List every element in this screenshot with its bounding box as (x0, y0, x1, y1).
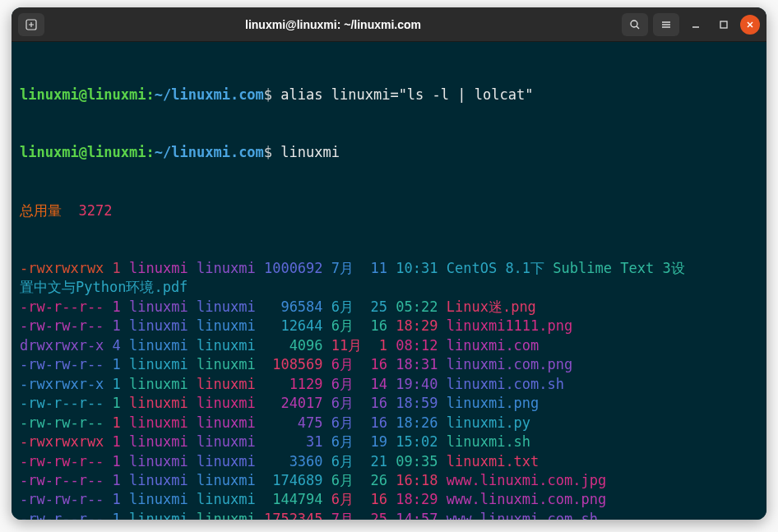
file-links: 1 (113, 298, 121, 315)
window-title: linuxmi@linuxmi: ~/linuxmi.com (51, 18, 615, 31)
file-perm: -rw-rw-r-- (20, 317, 104, 334)
table-row: -rw-r--r-- 1 linuxmi linuxmi 174689 6月 2… (20, 471, 758, 490)
file-perm: -rw-r--r-- (20, 472, 104, 488)
file-time: 14:57 (396, 511, 438, 520)
file-name: linuxmi.sh (447, 433, 530, 450)
prompt-user: linuxmi@linuxmi (20, 86, 146, 103)
file-group: linuxmi (197, 298, 256, 315)
file-month: 7月 (331, 260, 362, 276)
file-size: 31 (264, 433, 323, 450)
file-perm: -rw-rw-r-- (20, 356, 104, 372)
file-owner: linuxmi (129, 337, 188, 354)
file-perm: -rw-r--r-- (20, 511, 104, 520)
file-name: linuxmi.com.sh (447, 376, 564, 392)
file-owner: linuxmi (129, 395, 188, 411)
file-group: linuxmi (197, 337, 256, 354)
file-day: 16 (371, 491, 387, 507)
file-month: 6月 (331, 433, 362, 450)
file-name: CentOS 8.1下 (447, 260, 544, 276)
file-month: 6月 (331, 472, 362, 488)
file-name: www.linuxmi.com.png (447, 491, 606, 507)
table-row: -rw-rw-r-- 1 linuxmi linuxmi 108569 6月 1… (20, 355, 758, 374)
new-tab-icon (25, 19, 37, 30)
minimize-button[interactable] (684, 16, 707, 33)
file-time: 18:29 (396, 491, 438, 507)
file-month: 6月 (331, 317, 362, 334)
file-owner: linuxmi (129, 491, 188, 507)
file-time: 08:12 (396, 337, 438, 354)
file-group: linuxmi (197, 472, 256, 488)
command-2: linuxmi (280, 144, 340, 160)
file-size: 174689 (264, 472, 323, 488)
file-time: 09:35 (396, 453, 438, 470)
file-perm: -rw-rw-r-- (20, 453, 104, 470)
file-time: 18:31 (396, 356, 438, 372)
file-owner: linuxmi (129, 433, 188, 450)
file-group: linuxmi (197, 376, 256, 392)
file-name: www.linuxmi.com.jpg (447, 472, 606, 488)
file-group: linuxmi (197, 491, 256, 507)
table-row: -rw-rw-r-- 1 linuxmi linuxmi 12644 6月 16… (20, 317, 758, 335)
close-icon (746, 21, 754, 29)
file-size: 24017 (264, 395, 323, 411)
file-perm: -rwxrwxrwx (20, 260, 104, 276)
close-button[interactable] (740, 15, 760, 35)
file-perm: -rw-rw-r-- (20, 491, 104, 507)
file-month: 6月 (331, 395, 362, 411)
file-time: 19:40 (396, 376, 438, 392)
file-owner: linuxmi (129, 376, 188, 392)
file-links: 1 (113, 511, 121, 520)
file-perm: -rwxrwxr-x (20, 376, 104, 392)
file-size: 3360 (264, 453, 323, 470)
file-group: linuxmi (197, 433, 256, 450)
new-tab-button[interactable] (18, 13, 44, 36)
file-owner: linuxmi (129, 511, 188, 520)
file-month: 6月 (331, 453, 362, 470)
terminal-body[interactable]: linuxmi@linuxmi:~/linuxmi.com$ alias lin… (12, 42, 766, 520)
table-row: -rw-r--r-- 1 linuxmi linuxmi 24017 6月 16… (20, 394, 758, 413)
file-group: linuxmi (197, 317, 256, 334)
file-day: 16 (371, 317, 387, 334)
file-name: linuxmi.com.png (447, 356, 573, 372)
file-size: 108569 (264, 356, 323, 372)
table-row: -rw-rw-r-- 1 linuxmi linuxmi 144794 6月 1… (20, 490, 758, 509)
prompt-line-1: linuxmi@linuxmi:~/linuxmi.com$ alias lin… (20, 86, 758, 104)
file-size: 1000692 (264, 260, 323, 276)
file-time: 15:02 (396, 433, 438, 450)
file-time: 10:31 (396, 260, 438, 276)
file-day: 1 (371, 337, 387, 354)
file-day: 21 (371, 453, 387, 470)
prompt-line-2: linuxmi@linuxmi:~/linuxmi.com$ linuxmi (20, 143, 758, 162)
file-time: 18:59 (396, 395, 438, 411)
file-day: 11 (371, 260, 387, 276)
file-day: 25 (371, 511, 387, 520)
maximize-button[interactable] (712, 16, 735, 33)
file-links: 1 (113, 433, 121, 450)
file-name: linuxmi.com (447, 337, 540, 354)
file-day: 16 (371, 395, 387, 411)
file-owner: linuxmi (129, 453, 188, 470)
search-button[interactable] (622, 13, 648, 36)
file-listing: -rwxrwxrwx 1 linuxmi linuxmi 1000692 7月 … (20, 259, 758, 520)
table-row: -rwxrwxrwx 1 linuxmi linuxmi 1000692 7月 … (20, 259, 758, 278)
table-row: -rw-r--r-- 1 linuxmi linuxmi 96584 6月 25… (20, 298, 758, 317)
menu-button[interactable] (653, 13, 679, 36)
file-group: linuxmi (197, 414, 256, 431)
file-owner: linuxmi (129, 356, 188, 372)
file-owner: linuxmi (129, 260, 188, 276)
file-day: 16 (371, 356, 387, 372)
file-perm: -rw-r--r-- (20, 298, 104, 315)
file-size: 12644 (264, 317, 323, 334)
file-time: 18:26 (396, 414, 438, 431)
table-row: 置中文与Python环境.pdf (20, 278, 758, 297)
file-owner: linuxmi (129, 298, 188, 315)
file-links: 1 (113, 356, 121, 372)
file-size: 4096 (264, 337, 323, 354)
file-name: www.linuxmi.com.sh (447, 511, 598, 520)
file-name: linuxmi.txt (447, 453, 540, 470)
file-size: 1129 (264, 376, 323, 392)
file-day: 25 (371, 298, 387, 315)
table-row: drwxrwxr-x 4 linuxmi linuxmi 4096 11月 1 … (20, 336, 758, 355)
file-month: 6月 (331, 356, 362, 372)
file-links: 1 (113, 453, 121, 470)
